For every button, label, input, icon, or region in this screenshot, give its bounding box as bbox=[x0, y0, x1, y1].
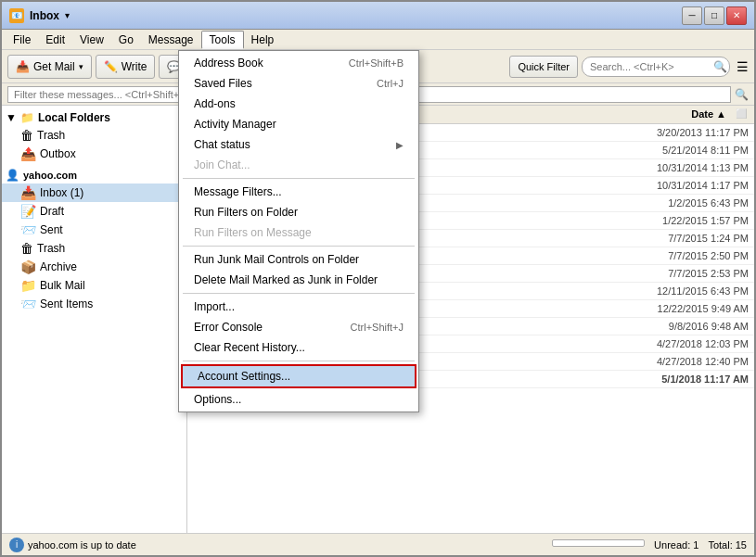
sidebar-item-label: Draft bbox=[40, 205, 64, 218]
menu-item-label: Account Settings... bbox=[198, 370, 290, 383]
menu-item-label: Run Filters on Folder bbox=[194, 206, 298, 219]
quick-filter-label: Quick Filter bbox=[518, 61, 570, 72]
sidebar-item-inbox[interactable]: 📥 Inbox (1) bbox=[2, 184, 186, 202]
menu-item-label: Address Book bbox=[194, 57, 263, 70]
menu-clear-history[interactable]: Clear Recent History... bbox=[179, 337, 418, 358]
maximize-button[interactable]: □ bbox=[704, 6, 724, 25]
write-label: Write bbox=[122, 60, 147, 73]
status-bar: i yahoo.com is up to date Unread: 1 Tota… bbox=[2, 533, 754, 555]
menu-message-filters[interactable]: Message Filters... bbox=[179, 182, 418, 202]
progress-bar bbox=[552, 539, 645, 547]
sort-icon: ⬜ bbox=[736, 108, 749, 120]
menu-run-junk[interactable]: Run Junk Mail Controls on Folder bbox=[179, 249, 418, 270]
status-left: i yahoo.com is up to date bbox=[9, 538, 136, 552]
menu-item-label: Join Chat... bbox=[194, 158, 250, 171]
date-col-header[interactable]: Date ▲ bbox=[395, 108, 726, 120]
email-date: 12/22/2015 9:49 AM bbox=[388, 303, 749, 314]
menu-item-label: Import... bbox=[194, 300, 235, 313]
menu-address-book[interactable]: Address Book Ctrl+Shift+B bbox=[179, 53, 418, 73]
search-input[interactable] bbox=[582, 57, 730, 77]
minimize-button[interactable]: ─ bbox=[682, 6, 702, 25]
sidebar-item-label: Archive bbox=[40, 260, 77, 273]
menu-bar: File Edit View Go Message Tools Help bbox=[2, 30, 754, 50]
menu-view[interactable]: View bbox=[72, 32, 111, 48]
sidebar-item-archive[interactable]: 📦 Archive bbox=[2, 258, 186, 276]
menu-saved-files[interactable]: Saved Files Ctrl+J bbox=[179, 73, 418, 94]
menu-tools[interactable]: Tools bbox=[201, 31, 244, 49]
menu-file[interactable]: File bbox=[6, 32, 38, 48]
menu-edit[interactable]: Edit bbox=[38, 32, 72, 48]
title-bar: 📧 Inbox ▾ ─ □ ✕ bbox=[2, 2, 754, 30]
email-date: 10/31/2014 1:13 PM bbox=[388, 162, 749, 173]
menu-item-label: Run Filters on Message bbox=[194, 226, 312, 239]
close-button[interactable]: ✕ bbox=[726, 6, 747, 25]
sidebar-item-draft[interactable]: 📝 Draft bbox=[2, 202, 186, 221]
menu-delete-junk[interactable]: Delete Mail Marked as Junk in Folder bbox=[179, 270, 418, 290]
account-header[interactable]: 👤 yahoo.com bbox=[2, 167, 186, 184]
archive-icon: 📦 bbox=[20, 260, 36, 274]
menu-item-label: Saved Files bbox=[194, 77, 252, 90]
email-date: 7/7/2015 1:24 PM bbox=[388, 233, 749, 244]
menu-options[interactable]: Options... bbox=[179, 389, 418, 410]
get-mail-icon: 📥 bbox=[16, 60, 30, 73]
sidebar-item-label: Trash bbox=[37, 242, 65, 255]
status-indicator: i bbox=[9, 538, 24, 552]
sidebar-item-bulk[interactable]: 📁 Bulk Mail bbox=[2, 276, 186, 295]
sidebar-item-label: Sent Items bbox=[40, 297, 93, 310]
get-mail-button[interactable]: 📥 Get Mail ▾ bbox=[7, 55, 92, 79]
outbox-icon: 📤 bbox=[20, 146, 36, 161]
get-mail-arrow: ▾ bbox=[79, 62, 83, 71]
sent-icon: 📨 bbox=[20, 222, 36, 237]
inbox-icon: 📥 bbox=[20, 185, 36, 200]
sidebar-item-trash-local[interactable]: 🗑 Trash bbox=[2, 126, 186, 145]
menu-item-label: Message Filters... bbox=[194, 185, 282, 198]
local-folders-icon: 📁 bbox=[20, 111, 34, 124]
menu-run-filters-folder[interactable]: Run Filters on Folder bbox=[179, 202, 418, 222]
menu-activity-manager[interactable]: Activity Manager bbox=[179, 114, 418, 134]
email-date: 7/7/2015 2:53 PM bbox=[388, 268, 749, 279]
menu-join-chat: Join Chat... bbox=[179, 155, 418, 175]
menu-item-label: Options... bbox=[194, 393, 241, 406]
app-icon: 📧 bbox=[9, 8, 24, 23]
menu-item-label: Add-ons bbox=[194, 97, 236, 110]
search-icon: 🔍 bbox=[713, 60, 727, 73]
quick-filter-button[interactable]: Quick Filter bbox=[509, 56, 578, 78]
sidebar-item-label: Bulk Mail bbox=[40, 279, 85, 292]
local-folders-label: Local Folders bbox=[38, 111, 110, 124]
trash-icon: 🗑 bbox=[20, 241, 33, 256]
tools-dropdown-menu: Address Book Ctrl+Shift+B Saved Files Ct… bbox=[178, 50, 419, 412]
menu-add-ons[interactable]: Add-ons bbox=[179, 94, 418, 114]
menu-item-label: Chat status bbox=[194, 138, 250, 151]
menu-separator bbox=[183, 293, 415, 294]
menu-separator bbox=[183, 246, 415, 247]
sidebar-item-label: Outbox bbox=[40, 147, 76, 160]
menu-shortcut: Ctrl+Shift+B bbox=[349, 57, 404, 69]
email-date: 10/31/2014 1:17 PM bbox=[388, 180, 749, 191]
sent-items-icon: 📨 bbox=[20, 297, 36, 311]
menu-message[interactable]: Message bbox=[141, 32, 201, 48]
email-date: 1/22/2015 1:57 PM bbox=[388, 215, 749, 226]
write-button[interactable]: ✏️ Write bbox=[96, 55, 156, 79]
menu-help[interactable]: Help bbox=[244, 32, 282, 48]
draft-icon: 📝 bbox=[20, 204, 36, 219]
email-date: 4/27/2018 12:40 PM bbox=[388, 356, 749, 367]
menu-item-label: Activity Manager bbox=[194, 118, 276, 131]
collapse-icon: ▼ bbox=[6, 111, 17, 124]
email-date: 4/27/2018 12:03 PM bbox=[388, 338, 749, 349]
trash-icon: 🗑 bbox=[20, 128, 33, 143]
sidebar-item-sent-items[interactable]: 📨 Sent Items bbox=[2, 295, 186, 313]
window-title: Inbox bbox=[30, 9, 59, 22]
menu-error-console[interactable]: Error Console Ctrl+Shift+J bbox=[179, 317, 418, 337]
local-folders-header[interactable]: ▼ 📁 Local Folders bbox=[2, 109, 186, 126]
menu-chat-status[interactable]: Chat status ▶ bbox=[179, 134, 418, 155]
sidebar-item-trash[interactable]: 🗑 Trash bbox=[2, 239, 186, 258]
menu-account-settings[interactable]: Account Settings... bbox=[183, 366, 415, 386]
email-date: 3/20/2013 11:17 PM bbox=[388, 127, 749, 138]
write-icon: ✏️ bbox=[104, 60, 118, 73]
menu-import[interactable]: Import... bbox=[179, 297, 418, 317]
sidebar-item-outbox[interactable]: 📤 Outbox bbox=[2, 145, 186, 163]
menu-go[interactable]: Go bbox=[111, 32, 141, 48]
status-text: yahoo.com is up to date bbox=[28, 539, 136, 551]
sidebar-item-sent[interactable]: 📨 Sent bbox=[2, 221, 186, 239]
menu-shortcut: Ctrl+Shift+J bbox=[351, 322, 404, 333]
